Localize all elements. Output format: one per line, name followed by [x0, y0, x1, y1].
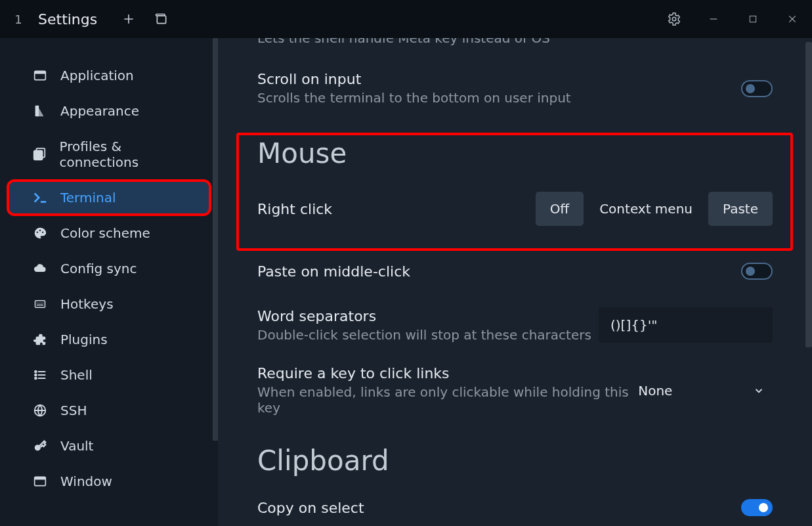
svg-rect-3 [750, 16, 756, 22]
settings-sidebar: Application Appearance Profiles & connec… [0, 38, 218, 526]
sidebar-item-label: SSH [60, 403, 87, 418]
settings-main: Lets the shell handle Meta key instead o… [218, 38, 812, 526]
globe-icon [32, 403, 49, 418]
sidebar-item-colorscheme[interactable]: Color scheme [8, 216, 210, 250]
palette-icon [32, 225, 49, 241]
svg-rect-5 [35, 71, 46, 74]
settings-gear-button[interactable] [654, 0, 694, 38]
body: Application Appearance Profiles & connec… [0, 38, 812, 526]
panels-button[interactable] [155, 12, 168, 26]
section-header-clipboard: Clipboard [257, 445, 773, 477]
section-header-mouse: Mouse [257, 137, 773, 169]
sidebar-item-terminal[interactable]: Terminal [8, 181, 210, 215]
window-close-button[interactable] [773, 0, 812, 38]
svg-rect-11 [35, 301, 45, 308]
setting-sub: Double-click selection will stop at thes… [257, 327, 591, 343]
setting-row-require-key: Require a key to click links When enable… [257, 365, 773, 416]
setting-sub: Lets the shell handle Meta key instead o… [257, 38, 550, 46]
tab-index: 1 [12, 12, 25, 26]
chevron-down-icon [753, 385, 765, 397]
sidebar-item-profiles[interactable]: Profiles & connections [8, 129, 210, 179]
toggle-copy-on-select[interactable] [741, 499, 773, 516]
svg-rect-6 [34, 151, 43, 160]
app-window: look to the master follow the walk with … [0, 0, 812, 526]
window-icon [32, 68, 49, 83]
svg-point-13 [35, 374, 37, 376]
require-key-select[interactable]: None [630, 375, 773, 406]
setting-row-right-click: Right click Off Context menu Paste [257, 192, 773, 226]
cloud-icon [32, 261, 49, 276]
keyboard-icon [32, 296, 49, 312]
svg-point-14 [35, 378, 37, 380]
setting-sub: Scrolls the terminal to the bottom on us… [257, 90, 571, 106]
list-icon [32, 367, 49, 383]
svg-rect-18 [35, 477, 46, 479]
sidebar-item-label: Window [60, 473, 112, 489]
sidebar-item-label: Shell [60, 367, 93, 383]
sidebar-item-appearance[interactable]: Appearance [8, 94, 210, 128]
setting-label: Require a key to click links [257, 365, 630, 382]
sidebar-item-plugins[interactable]: Plugins [8, 322, 210, 357]
window-minimize-button[interactable] [694, 0, 733, 38]
window-maximize-button[interactable] [733, 0, 773, 38]
tab-settings[interactable]: 1 Settings [0, 0, 109, 38]
sidebar-item-configsync[interactable]: Config sync [8, 252, 210, 286]
svg-point-10 [42, 231, 43, 232]
sidebar-item-hotkeys[interactable]: Hotkeys [8, 287, 210, 321]
setting-label: Scroll on input [257, 71, 571, 87]
setting-label: Right click [257, 201, 332, 217]
sidebar-scrollbar[interactable] [213, 38, 218, 441]
setting-label: Copy on select [257, 500, 364, 516]
svg-point-9 [39, 230, 41, 231]
title-bar: 1 Settings [0, 0, 812, 38]
svg-point-8 [37, 231, 38, 232]
sidebar-item-vault[interactable]: Vault [8, 429, 210, 463]
right-click-opt-context[interactable]: Context menu [585, 192, 707, 226]
word-separators-input[interactable] [599, 307, 773, 343]
terminal-icon [32, 190, 49, 206]
swatch-icon [32, 103, 49, 119]
setting-row-copy-on-select: Copy on select [257, 499, 773, 516]
sidebar-item-label: Config sync [60, 261, 137, 276]
svg-point-12 [35, 371, 37, 373]
right-click-opt-off[interactable]: Off [536, 192, 584, 226]
svg-point-2 [672, 17, 676, 21]
sidebar-item-label: Application [60, 68, 134, 83]
key-icon [32, 438, 49, 454]
setting-row-paste-middle: Paste on middle-click [257, 263, 773, 280]
puzzle-icon [32, 332, 49, 347]
tab-title: Settings [38, 11, 97, 28]
toggle-paste-middle[interactable] [741, 263, 773, 280]
window-icon [32, 473, 49, 489]
sidebar-item-label: Profiles & connections [60, 139, 197, 170]
right-click-segmented: Off Context menu Paste [536, 192, 773, 226]
setting-row-word-separators: Word separators Double-click selection w… [257, 307, 773, 343]
sidebar-item-label: Vault [60, 438, 93, 454]
setting-row-meta-key: Lets the shell handle Meta key instead o… [257, 38, 773, 46]
sidebar-item-ssh[interactable]: SSH [8, 393, 210, 427]
setting-label: Word separators [257, 308, 591, 324]
sidebar-item-label: Appearance [60, 103, 139, 119]
toggle-scroll-on-input[interactable] [741, 80, 773, 97]
new-tab-button[interactable] [122, 12, 135, 26]
svg-rect-0 [158, 16, 166, 24]
setting-label: Paste on middle-click [257, 263, 410, 280]
right-click-opt-paste[interactable]: Paste [708, 192, 773, 226]
sidebar-item-application[interactable]: Application [8, 58, 210, 93]
svg-rect-1 [156, 14, 165, 16]
setting-row-scroll-on-input: Scroll on input Scrolls the terminal to … [257, 71, 773, 106]
sidebar-item-label: Terminal [60, 190, 116, 206]
copy-icon [32, 146, 48, 162]
sidebar-item-shell[interactable]: Shell [8, 358, 210, 392]
sidebar-item-label: Color scheme [60, 225, 150, 241]
setting-sub: When enabled, links are only clickable w… [257, 384, 630, 416]
select-value: None [638, 383, 672, 399]
sidebar-item-label: Hotkeys [60, 296, 114, 312]
sidebar-item-window[interactable]: Window [8, 464, 210, 498]
sidebar-item-label: Plugins [60, 332, 108, 347]
